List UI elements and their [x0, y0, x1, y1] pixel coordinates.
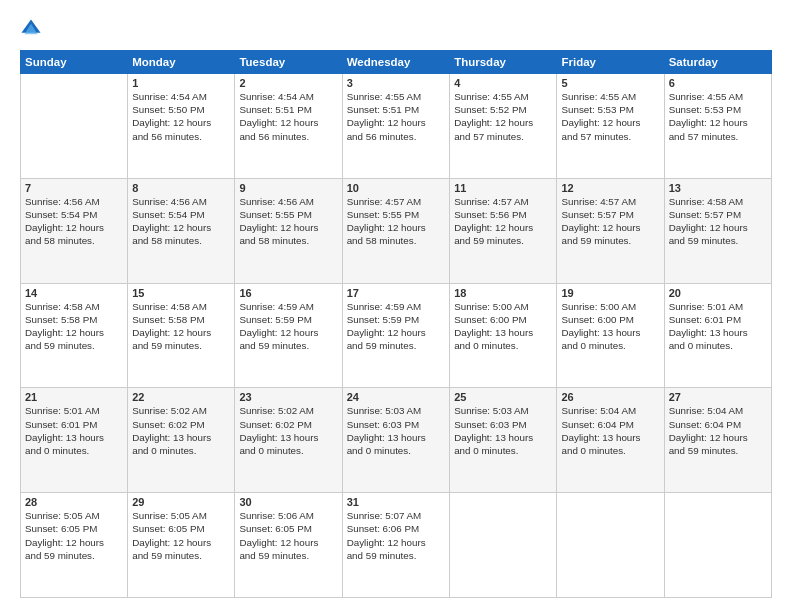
day-info: Sunrise: 4:59 AM Sunset: 5:59 PM Dayligh…: [347, 300, 446, 353]
day-number: 10: [347, 182, 446, 194]
day-header-saturday: Saturday: [664, 51, 771, 74]
day-number: 25: [454, 391, 552, 403]
day-info: Sunrise: 4:58 AM Sunset: 5:58 PM Dayligh…: [132, 300, 230, 353]
day-info: Sunrise: 5:02 AM Sunset: 6:02 PM Dayligh…: [132, 404, 230, 457]
day-cell: 23Sunrise: 5:02 AM Sunset: 6:02 PM Dayli…: [235, 388, 342, 493]
day-number: 7: [25, 182, 123, 194]
day-cell: 15Sunrise: 4:58 AM Sunset: 5:58 PM Dayli…: [128, 283, 235, 388]
day-header-friday: Friday: [557, 51, 664, 74]
day-number: 27: [669, 391, 767, 403]
day-info: Sunrise: 4:59 AM Sunset: 5:59 PM Dayligh…: [239, 300, 337, 353]
week-row-1: 1Sunrise: 4:54 AM Sunset: 5:50 PM Daylig…: [21, 74, 772, 179]
week-row-4: 21Sunrise: 5:01 AM Sunset: 6:01 PM Dayli…: [21, 388, 772, 493]
day-info: Sunrise: 4:57 AM Sunset: 5:56 PM Dayligh…: [454, 195, 552, 248]
day-number: 24: [347, 391, 446, 403]
day-number: 14: [25, 287, 123, 299]
day-number: 3: [347, 77, 446, 89]
day-number: 8: [132, 182, 230, 194]
day-info: Sunrise: 5:04 AM Sunset: 6:04 PM Dayligh…: [669, 404, 767, 457]
day-info: Sunrise: 5:05 AM Sunset: 6:05 PM Dayligh…: [132, 509, 230, 562]
day-number: 29: [132, 496, 230, 508]
calendar-table: SundayMondayTuesdayWednesdayThursdayFrid…: [20, 50, 772, 598]
day-number: 18: [454, 287, 552, 299]
day-number: 13: [669, 182, 767, 194]
page: SundayMondayTuesdayWednesdayThursdayFrid…: [0, 0, 792, 612]
day-info: Sunrise: 4:58 AM Sunset: 5:58 PM Dayligh…: [25, 300, 123, 353]
day-header-sunday: Sunday: [21, 51, 128, 74]
day-header-tuesday: Tuesday: [235, 51, 342, 74]
day-number: 31: [347, 496, 446, 508]
day-info: Sunrise: 4:56 AM Sunset: 5:55 PM Dayligh…: [239, 195, 337, 248]
day-cell: 26Sunrise: 5:04 AM Sunset: 6:04 PM Dayli…: [557, 388, 664, 493]
day-info: Sunrise: 5:03 AM Sunset: 6:03 PM Dayligh…: [454, 404, 552, 457]
day-cell: 10Sunrise: 4:57 AM Sunset: 5:55 PM Dayli…: [342, 178, 450, 283]
day-info: Sunrise: 5:01 AM Sunset: 6:01 PM Dayligh…: [25, 404, 123, 457]
day-header-wednesday: Wednesday: [342, 51, 450, 74]
day-number: 2: [239, 77, 337, 89]
day-number: 15: [132, 287, 230, 299]
day-number: 21: [25, 391, 123, 403]
day-info: Sunrise: 4:55 AM Sunset: 5:52 PM Dayligh…: [454, 90, 552, 143]
day-number: 28: [25, 496, 123, 508]
day-info: Sunrise: 4:55 AM Sunset: 5:53 PM Dayligh…: [561, 90, 659, 143]
calendar-header: SundayMondayTuesdayWednesdayThursdayFrid…: [21, 51, 772, 74]
day-info: Sunrise: 5:03 AM Sunset: 6:03 PM Dayligh…: [347, 404, 446, 457]
day-info: Sunrise: 4:58 AM Sunset: 5:57 PM Dayligh…: [669, 195, 767, 248]
day-cell: 21Sunrise: 5:01 AM Sunset: 6:01 PM Dayli…: [21, 388, 128, 493]
day-info: Sunrise: 4:57 AM Sunset: 5:57 PM Dayligh…: [561, 195, 659, 248]
day-cell: 8Sunrise: 4:56 AM Sunset: 5:54 PM Daylig…: [128, 178, 235, 283]
calendar-body: 1Sunrise: 4:54 AM Sunset: 5:50 PM Daylig…: [21, 74, 772, 598]
day-number: 20: [669, 287, 767, 299]
day-cell: 30Sunrise: 5:06 AM Sunset: 6:05 PM Dayli…: [235, 493, 342, 598]
logo-icon: [20, 18, 42, 40]
day-cell: 2Sunrise: 4:54 AM Sunset: 5:51 PM Daylig…: [235, 74, 342, 179]
day-info: Sunrise: 5:04 AM Sunset: 6:04 PM Dayligh…: [561, 404, 659, 457]
day-cell: 9Sunrise: 4:56 AM Sunset: 5:55 PM Daylig…: [235, 178, 342, 283]
day-info: Sunrise: 4:54 AM Sunset: 5:51 PM Dayligh…: [239, 90, 337, 143]
day-info: Sunrise: 4:55 AM Sunset: 5:53 PM Dayligh…: [669, 90, 767, 143]
day-cell: [664, 493, 771, 598]
logo: [20, 18, 46, 40]
day-cell: 29Sunrise: 5:05 AM Sunset: 6:05 PM Dayli…: [128, 493, 235, 598]
day-cell: 1Sunrise: 4:54 AM Sunset: 5:50 PM Daylig…: [128, 74, 235, 179]
day-info: Sunrise: 5:00 AM Sunset: 6:00 PM Dayligh…: [561, 300, 659, 353]
day-number: 23: [239, 391, 337, 403]
day-number: 6: [669, 77, 767, 89]
week-row-3: 14Sunrise: 4:58 AM Sunset: 5:58 PM Dayli…: [21, 283, 772, 388]
day-cell: [557, 493, 664, 598]
day-number: 12: [561, 182, 659, 194]
day-number: 9: [239, 182, 337, 194]
day-cell: 6Sunrise: 4:55 AM Sunset: 5:53 PM Daylig…: [664, 74, 771, 179]
day-header-thursday: Thursday: [450, 51, 557, 74]
day-cell: 18Sunrise: 5:00 AM Sunset: 6:00 PM Dayli…: [450, 283, 557, 388]
day-info: Sunrise: 5:02 AM Sunset: 6:02 PM Dayligh…: [239, 404, 337, 457]
day-cell: 17Sunrise: 4:59 AM Sunset: 5:59 PM Dayli…: [342, 283, 450, 388]
day-info: Sunrise: 5:06 AM Sunset: 6:05 PM Dayligh…: [239, 509, 337, 562]
day-cell: 14Sunrise: 4:58 AM Sunset: 5:58 PM Dayli…: [21, 283, 128, 388]
day-cell: 7Sunrise: 4:56 AM Sunset: 5:54 PM Daylig…: [21, 178, 128, 283]
day-number: 1: [132, 77, 230, 89]
day-info: Sunrise: 4:54 AM Sunset: 5:50 PM Dayligh…: [132, 90, 230, 143]
day-cell: 4Sunrise: 4:55 AM Sunset: 5:52 PM Daylig…: [450, 74, 557, 179]
day-cell: 16Sunrise: 4:59 AM Sunset: 5:59 PM Dayli…: [235, 283, 342, 388]
header-row: SundayMondayTuesdayWednesdayThursdayFrid…: [21, 51, 772, 74]
day-cell: 11Sunrise: 4:57 AM Sunset: 5:56 PM Dayli…: [450, 178, 557, 283]
day-cell: 12Sunrise: 4:57 AM Sunset: 5:57 PM Dayli…: [557, 178, 664, 283]
day-number: 19: [561, 287, 659, 299]
day-cell: 5Sunrise: 4:55 AM Sunset: 5:53 PM Daylig…: [557, 74, 664, 179]
day-cell: 24Sunrise: 5:03 AM Sunset: 6:03 PM Dayli…: [342, 388, 450, 493]
day-header-monday: Monday: [128, 51, 235, 74]
day-number: 16: [239, 287, 337, 299]
day-cell: 22Sunrise: 5:02 AM Sunset: 6:02 PM Dayli…: [128, 388, 235, 493]
header: [20, 18, 772, 40]
day-info: Sunrise: 5:01 AM Sunset: 6:01 PM Dayligh…: [669, 300, 767, 353]
week-row-2: 7Sunrise: 4:56 AM Sunset: 5:54 PM Daylig…: [21, 178, 772, 283]
day-info: Sunrise: 4:55 AM Sunset: 5:51 PM Dayligh…: [347, 90, 446, 143]
day-cell: 28Sunrise: 5:05 AM Sunset: 6:05 PM Dayli…: [21, 493, 128, 598]
day-number: 11: [454, 182, 552, 194]
day-number: 26: [561, 391, 659, 403]
day-number: 22: [132, 391, 230, 403]
week-row-5: 28Sunrise: 5:05 AM Sunset: 6:05 PM Dayli…: [21, 493, 772, 598]
day-number: 17: [347, 287, 446, 299]
day-info: Sunrise: 5:05 AM Sunset: 6:05 PM Dayligh…: [25, 509, 123, 562]
